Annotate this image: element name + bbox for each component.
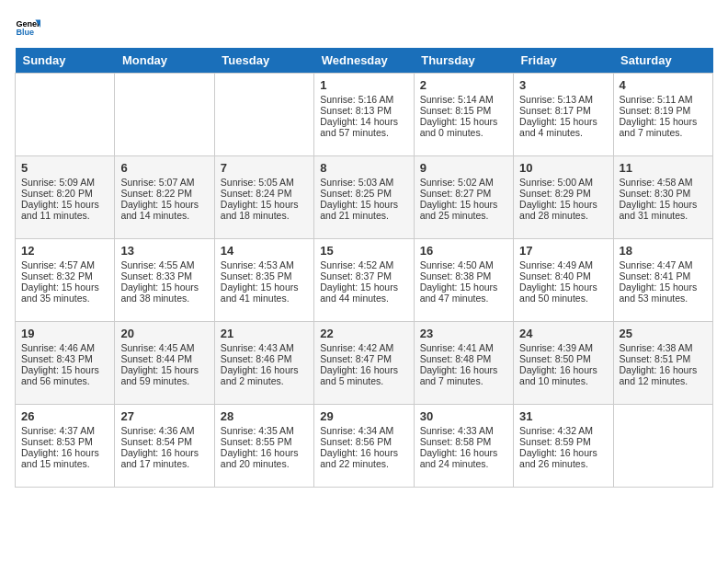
day-info: Sunrise: 4:37 AM bbox=[21, 425, 108, 436]
calendar-week-row: 1Sunrise: 5:16 AMSunset: 8:13 PMDaylight… bbox=[16, 74, 713, 156]
day-number: 15 bbox=[320, 244, 407, 258]
day-info: Sunset: 8:38 PM bbox=[420, 270, 507, 282]
calendar-cell: 23Sunrise: 4:41 AMSunset: 8:48 PMDayligh… bbox=[414, 322, 513, 405]
day-info: Sunrise: 4:32 AM bbox=[519, 425, 607, 436]
day-number: 12 bbox=[21, 244, 108, 258]
day-info: Daylight: 16 hours and 20 minutes. bbox=[221, 447, 308, 469]
day-number: 20 bbox=[120, 327, 208, 340]
day-header-saturday: Saturday bbox=[613, 48, 712, 74]
calendar-cell: 30Sunrise: 4:33 AMSunset: 8:58 PMDayligh… bbox=[414, 405, 513, 488]
calendar-cell: 6Sunrise: 5:07 AMSunset: 8:22 PMDaylight… bbox=[115, 156, 214, 239]
day-info: Sunset: 8:24 PM bbox=[221, 188, 308, 199]
day-number: 10 bbox=[519, 161, 607, 175]
day-header-friday: Friday bbox=[514, 48, 613, 74]
day-info: Sunrise: 4:33 AM bbox=[420, 425, 507, 436]
calendar-cell: 9Sunrise: 5:02 AMSunset: 8:27 PMDaylight… bbox=[414, 156, 513, 239]
day-info: Sunset: 8:37 PM bbox=[320, 270, 407, 282]
day-info: Sunrise: 4:46 AM bbox=[21, 342, 108, 353]
day-number: 23 bbox=[420, 327, 507, 340]
day-number: 29 bbox=[320, 409, 407, 423]
day-info: Sunset: 8:44 PM bbox=[120, 353, 208, 364]
day-info: Daylight: 16 hours and 24 minutes. bbox=[420, 447, 507, 469]
day-info: Sunrise: 4:58 AM bbox=[620, 177, 707, 188]
day-info: Daylight: 15 hours and 21 minutes. bbox=[320, 199, 407, 221]
day-info: Sunset: 8:55 PM bbox=[221, 436, 308, 447]
day-number: 3 bbox=[519, 78, 607, 92]
day-info: Daylight: 16 hours and 2 minutes. bbox=[221, 364, 308, 386]
day-info: Sunrise: 4:38 AM bbox=[620, 342, 707, 353]
day-info: Sunset: 8:59 PM bbox=[519, 436, 607, 447]
day-number: 25 bbox=[620, 327, 707, 340]
day-info: Sunrise: 5:02 AM bbox=[420, 177, 507, 188]
day-header-tuesday: Tuesday bbox=[214, 48, 313, 74]
day-number: 11 bbox=[620, 161, 707, 175]
day-info: Sunset: 8:15 PM bbox=[420, 105, 507, 116]
day-info: Daylight: 15 hours and 25 minutes. bbox=[420, 199, 507, 221]
day-info: Sunset: 8:40 PM bbox=[519, 270, 607, 282]
calendar-cell: 3Sunrise: 5:13 AMSunset: 8:17 PMDaylight… bbox=[514, 74, 613, 156]
day-number: 14 bbox=[221, 244, 308, 258]
day-info: Daylight: 15 hours and 4 minutes. bbox=[519, 116, 607, 138]
calendar-cell: 21Sunrise: 4:43 AMSunset: 8:46 PMDayligh… bbox=[214, 322, 313, 405]
calendar-cell: 22Sunrise: 4:42 AMSunset: 8:47 PMDayligh… bbox=[314, 322, 414, 405]
day-number: 5 bbox=[21, 161, 108, 175]
calendar-cell: 1Sunrise: 5:16 AMSunset: 8:13 PMDaylight… bbox=[314, 74, 414, 156]
day-info: Sunrise: 4:39 AM bbox=[519, 342, 607, 353]
day-number: 17 bbox=[519, 244, 607, 258]
day-info: Daylight: 15 hours and 31 minutes. bbox=[620, 199, 707, 221]
day-info: Daylight: 15 hours and 11 minutes. bbox=[21, 199, 108, 221]
calendar-header-row: SundayMondayTuesdayWednesdayThursdayFrid… bbox=[16, 48, 713, 74]
day-info: Sunrise: 5:05 AM bbox=[221, 177, 308, 188]
calendar-week-row: 12Sunrise: 4:57 AMSunset: 8:32 PMDayligh… bbox=[16, 239, 713, 322]
day-info: Daylight: 16 hours and 5 minutes. bbox=[320, 364, 407, 386]
day-number: 27 bbox=[120, 409, 208, 423]
day-number: 21 bbox=[221, 327, 308, 340]
day-info: Daylight: 15 hours and 7 minutes. bbox=[620, 116, 707, 138]
day-info: Daylight: 15 hours and 28 minutes. bbox=[519, 199, 607, 221]
day-info: Sunset: 8:32 PM bbox=[21, 270, 108, 282]
day-number: 1 bbox=[320, 78, 407, 92]
day-info: Sunrise: 4:57 AM bbox=[21, 259, 108, 270]
day-info: Sunset: 8:35 PM bbox=[221, 270, 308, 282]
day-info: Sunset: 8:54 PM bbox=[120, 436, 208, 447]
day-number: 16 bbox=[420, 244, 507, 258]
day-info: Sunset: 8:41 PM bbox=[620, 270, 707, 282]
day-info: Sunrise: 5:14 AM bbox=[420, 94, 507, 105]
day-info: Sunrise: 4:55 AM bbox=[120, 259, 208, 270]
calendar-cell: 15Sunrise: 4:52 AMSunset: 8:37 PMDayligh… bbox=[314, 239, 414, 322]
day-info: Sunset: 8:29 PM bbox=[519, 188, 607, 199]
page-header: General Blue bbox=[15, 15, 713, 40]
calendar-cell bbox=[16, 74, 115, 156]
day-number: 4 bbox=[620, 78, 707, 92]
day-info: Daylight: 15 hours and 14 minutes. bbox=[120, 199, 208, 221]
day-number: 18 bbox=[620, 244, 707, 258]
calendar-cell: 10Sunrise: 5:00 AMSunset: 8:29 PMDayligh… bbox=[514, 156, 613, 239]
calendar-cell: 14Sunrise: 4:53 AMSunset: 8:35 PMDayligh… bbox=[214, 239, 313, 322]
svg-text:Blue: Blue bbox=[16, 28, 34, 37]
day-info: Daylight: 15 hours and 56 minutes. bbox=[21, 364, 108, 386]
day-info: Sunrise: 5:07 AM bbox=[120, 177, 208, 188]
day-info: Daylight: 15 hours and 41 minutes. bbox=[221, 282, 308, 304]
day-number: 26 bbox=[21, 409, 108, 423]
day-info: Sunset: 8:17 PM bbox=[519, 105, 607, 116]
day-header-monday: Monday bbox=[115, 48, 214, 74]
day-info: Sunrise: 5:03 AM bbox=[320, 177, 407, 188]
day-info: Sunset: 8:30 PM bbox=[620, 188, 707, 199]
day-number: 8 bbox=[320, 161, 407, 175]
day-info: Sunrise: 4:43 AM bbox=[221, 342, 308, 353]
day-info: Daylight: 15 hours and 47 minutes. bbox=[420, 282, 507, 304]
day-number: 7 bbox=[221, 161, 308, 175]
day-number: 2 bbox=[420, 78, 507, 92]
day-info: Daylight: 15 hours and 0 minutes. bbox=[420, 116, 507, 138]
calendar-cell bbox=[613, 405, 712, 488]
day-info: Sunrise: 4:41 AM bbox=[420, 342, 507, 353]
calendar-cell: 16Sunrise: 4:50 AMSunset: 8:38 PMDayligh… bbox=[414, 239, 513, 322]
day-info: Daylight: 16 hours and 22 minutes. bbox=[320, 447, 407, 469]
day-info: Sunset: 8:51 PM bbox=[620, 353, 707, 364]
day-info: Daylight: 15 hours and 59 minutes. bbox=[120, 364, 208, 386]
day-info: Daylight: 15 hours and 38 minutes. bbox=[120, 282, 208, 304]
day-info: Daylight: 14 hours and 57 minutes. bbox=[320, 116, 407, 138]
day-info: Sunrise: 4:52 AM bbox=[320, 259, 407, 270]
calendar-week-row: 26Sunrise: 4:37 AMSunset: 8:53 PMDayligh… bbox=[16, 405, 713, 488]
calendar-cell: 20Sunrise: 4:45 AMSunset: 8:44 PMDayligh… bbox=[115, 322, 214, 405]
